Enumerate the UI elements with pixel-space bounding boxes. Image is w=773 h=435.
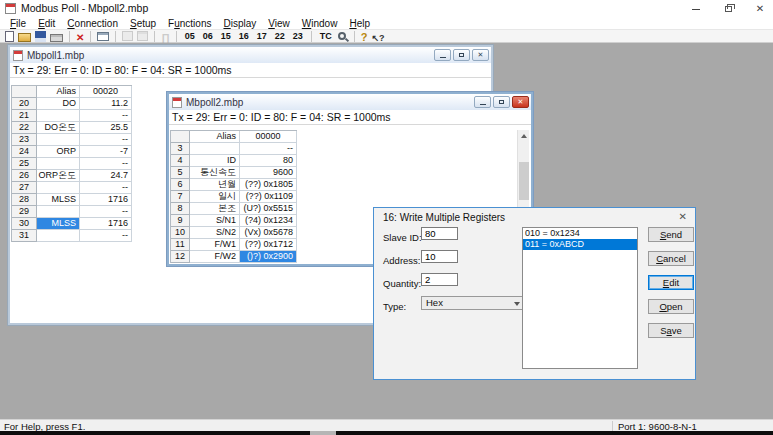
menu-view[interactable]: View xyxy=(262,18,296,29)
register-list[interactable]: 010 = 0x1234011 = 0xABCD xyxy=(522,227,638,369)
row-number[interactable]: 26 xyxy=(12,170,37,182)
value-cell[interactable]: ()?) 0x2900 xyxy=(240,251,297,263)
edit-button[interactable]: Edit xyxy=(648,275,694,290)
value-cell[interactable]: (U?) 0x5515 xyxy=(240,203,297,215)
row-number[interactable]: 31 xyxy=(12,230,37,242)
row-number[interactable]: 20 xyxy=(12,98,37,110)
alias-cell[interactable]: S/N2 xyxy=(190,227,240,239)
row-number[interactable]: 9 xyxy=(171,215,190,227)
value-cell[interactable]: 1716 xyxy=(80,194,132,206)
display-window-icon[interactable] xyxy=(97,32,109,41)
row-number[interactable]: 28 xyxy=(12,194,37,206)
alias-cell[interactable]: F/W1 xyxy=(190,239,240,251)
function-16-button[interactable]: 16 xyxy=(237,31,251,41)
row-number[interactable]: 11 xyxy=(171,239,190,251)
function-15-button[interactable]: 15 xyxy=(219,31,233,41)
value-cell[interactable]: -- xyxy=(80,110,132,122)
close-button[interactable]: ✕ xyxy=(753,0,767,17)
restore-button[interactable] xyxy=(493,96,510,108)
alias-cell[interactable]: MLSS xyxy=(37,194,80,206)
function-17-button[interactable]: 17 xyxy=(255,31,269,41)
restore-button[interactable] xyxy=(721,0,735,17)
value-cell[interactable]: -- xyxy=(80,158,132,170)
value-cell[interactable]: (??) 0x1805 xyxy=(240,179,297,191)
cancel-button[interactable]: Cancel xyxy=(648,251,694,266)
row-number[interactable]: 10 xyxy=(171,227,190,239)
value-cell[interactable]: -- xyxy=(80,230,132,242)
alias-cell[interactable] xyxy=(37,110,80,122)
menu-file[interactable]: File xyxy=(4,18,32,29)
row-number[interactable]: 29 xyxy=(12,206,37,218)
alias-cell[interactable]: ID xyxy=(190,155,240,167)
alias-cell[interactable] xyxy=(37,206,80,218)
new-file-icon[interactable] xyxy=(5,31,14,42)
alias-cell[interactable]: 본조 xyxy=(190,203,240,215)
minimize-button[interactable] xyxy=(434,49,451,61)
save-button[interactable]: Save xyxy=(648,323,694,338)
save-icon[interactable] xyxy=(35,31,46,42)
function-23-button[interactable]: 23 xyxy=(291,31,305,41)
alias-cell[interactable]: 일시 xyxy=(190,191,240,203)
open-file-icon[interactable] xyxy=(18,33,31,42)
scroll-thumb[interactable] xyxy=(519,162,529,200)
row-number[interactable]: 30 xyxy=(12,218,37,230)
value-cell[interactable]: -- xyxy=(240,143,297,155)
alias-cell[interactable]: ORP xyxy=(37,146,80,158)
row-number[interactable]: 22 xyxy=(12,122,37,134)
function-22-button[interactable]: 22 xyxy=(273,31,287,41)
minimize-button[interactable] xyxy=(689,0,703,17)
alias-cell[interactable] xyxy=(37,182,80,194)
print-icon[interactable] xyxy=(50,34,63,42)
menu-setup[interactable]: Setup xyxy=(124,18,162,29)
alias-cell[interactable]: ORP온도 xyxy=(37,170,80,182)
alias-cell[interactable] xyxy=(37,230,80,242)
row-number[interactable]: 21 xyxy=(12,110,37,122)
value-cell[interactable]: (?4) 0x1234 xyxy=(240,215,297,227)
send-button[interactable]: Send xyxy=(648,227,694,242)
row-number[interactable]: 24 xyxy=(12,146,37,158)
row-number[interactable]: 8 xyxy=(171,203,190,215)
value-cell[interactable]: -- xyxy=(80,206,132,218)
row-number[interactable]: 5 xyxy=(171,167,190,179)
find-icon[interactable] xyxy=(338,32,346,40)
alias-cell[interactable]: 년월 xyxy=(190,179,240,191)
value-cell[interactable]: 25.5 xyxy=(80,122,132,134)
minimize-button[interactable] xyxy=(474,96,491,108)
function-06-button[interactable]: 06 xyxy=(201,31,215,41)
row-number[interactable]: 4 xyxy=(171,155,190,167)
alias-cell[interactable]: DO xyxy=(37,98,80,110)
menu-edit[interactable]: Edit xyxy=(32,18,61,29)
value-cell[interactable]: -7 xyxy=(80,146,132,158)
alias-cell[interactable]: DO온도 xyxy=(37,122,80,134)
value-cell[interactable]: -- xyxy=(80,182,132,194)
restore-button[interactable] xyxy=(453,49,470,61)
function-05-button[interactable]: 05 xyxy=(183,31,197,41)
value-cell[interactable]: (??) 0x1712 xyxy=(240,239,297,251)
value-cell[interactable]: 80 xyxy=(240,155,297,167)
alias-cell[interactable]: F/W2 xyxy=(190,251,240,263)
row-number[interactable]: 25 xyxy=(12,158,37,170)
taskbar-app-indicator[interactable] xyxy=(310,431,336,435)
row-number[interactable]: 6 xyxy=(171,179,190,191)
slave-id-field[interactable] xyxy=(421,227,458,240)
row-number[interactable]: 27 xyxy=(12,182,37,194)
value-cell[interactable]: 9600 xyxy=(240,167,297,179)
alias-cell[interactable] xyxy=(37,134,80,146)
close-button[interactable]: ✕ xyxy=(512,96,529,108)
address-field[interactable] xyxy=(421,250,458,263)
alias-cell[interactable] xyxy=(37,158,80,170)
alias-cell[interactable]: 통신속도 xyxy=(190,167,240,179)
menu-window[interactable]: Window xyxy=(296,18,344,29)
close-button[interactable]: ✕ xyxy=(472,49,489,61)
alias-cell[interactable] xyxy=(190,143,240,155)
row-number[interactable]: 23 xyxy=(12,134,37,146)
scroll-up-button[interactable] xyxy=(518,130,529,141)
alias-cell[interactable]: S/N1 xyxy=(190,215,240,227)
row-number[interactable]: 7 xyxy=(171,191,190,203)
test-center-button[interactable]: TC xyxy=(318,31,334,41)
row-number[interactable]: 3 xyxy=(171,143,190,155)
row-number[interactable]: 12 xyxy=(171,251,190,263)
value-cell[interactable]: (Vx) 0x5678 xyxy=(240,227,297,239)
open-button[interactable]: Open xyxy=(648,299,694,314)
register-item[interactable]: 010 = 0x1234 xyxy=(523,228,637,239)
